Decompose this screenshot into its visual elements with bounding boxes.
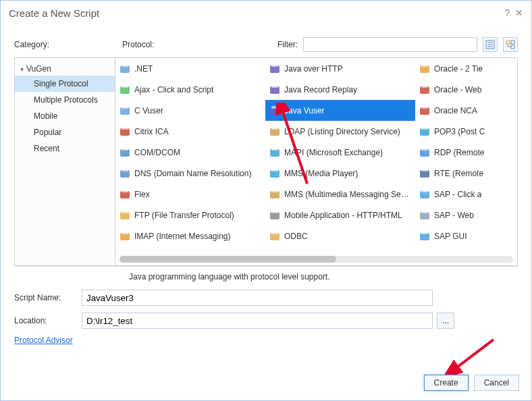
protocol-label: LDAP (Listing Directory Service) (284, 127, 400, 136)
protocol-label: Java Vuser (284, 106, 325, 115)
protocol-item[interactable]: MMS (Media Player) (265, 163, 415, 184)
protocol-item[interactable]: Java Vuser (265, 100, 415, 121)
protocol-icon (119, 147, 130, 158)
protocol-advisor-link[interactable]: Protocol Advisor (14, 336, 73, 345)
protocol-icon (269, 63, 280, 74)
help-icon[interactable]: ? (504, 7, 510, 18)
protocol-item[interactable]: C Vuser (115, 100, 265, 121)
protocol-icon (269, 126, 280, 137)
protocol-icon (119, 105, 130, 116)
protocol-item[interactable]: .NET (115, 58, 265, 79)
svg-rect-22 (122, 190, 128, 192)
svg-rect-60 (421, 211, 428, 213)
protocol-item[interactable]: Ajax - Click and Script (115, 79, 265, 100)
protocol-label: Citrix ICA (134, 127, 169, 136)
svg-rect-34 (271, 127, 278, 130)
horizontal-scrollbar[interactable] (119, 256, 513, 263)
view-tree-icon[interactable] (503, 37, 518, 52)
protocol-item[interactable]: COM/DCOM (115, 142, 265, 163)
protocol-icon (269, 189, 280, 200)
browse-button[interactable]: ... (437, 313, 454, 329)
sidebar-item-recent[interactable]: Recent (15, 140, 115, 157)
protocol-item[interactable]: Oracle - Web (415, 79, 518, 100)
protocol-label: .NET (134, 64, 153, 74)
protocol-label: DNS (Domain Name Resolution) (134, 169, 251, 178)
protocol-item[interactable]: RDP (Remote (415, 142, 518, 163)
tree-root-label: VuGen (26, 64, 51, 74)
svg-rect-48 (421, 85, 428, 88)
protocol-label: FTP (File Transfer Protocol) (134, 211, 234, 220)
protocol-item[interactable]: SAP GUI (415, 225, 518, 246)
protocol-icon (269, 210, 280, 221)
protocol-icon (419, 147, 430, 158)
protocol-icon (419, 63, 430, 74)
protocol-item[interactable]: Flex (115, 184, 265, 205)
svg-rect-32 (271, 106, 278, 109)
location-label: Location: (14, 316, 82, 325)
protocol-item[interactable]: Java Record Replay (265, 79, 415, 100)
titlebar: Create a New Script ? ✕ (1, 1, 531, 25)
svg-rect-26 (122, 232, 128, 234)
protocol-label: Java Record Replay (284, 85, 357, 95)
protocol-item[interactable]: LDAP (Listing Directory Service) (265, 121, 415, 142)
protocol-label: RTE (Remote (434, 169, 483, 178)
protocol-item[interactable]: POP3 (Post C (415, 121, 518, 142)
protocol-item[interactable]: Mobile Application - HTTP/HTML (265, 205, 415, 225)
category-tree: ▾ VuGen Single ProtocolMultiple Protocol… (14, 57, 115, 266)
protocol-item[interactable]: FTP (File Transfer Protocol) (115, 205, 265, 225)
protocol-item[interactable]: Citrix ICA (115, 121, 265, 142)
tree-root[interactable]: ▾ VuGen (15, 62, 115, 76)
sidebar-item-multiple-protocols[interactable]: Multiple Protocols (15, 92, 115, 108)
protocol-label: MMS (Media Player) (284, 169, 358, 178)
protocol-item[interactable]: DNS (Domain Name Resolution) (115, 163, 265, 184)
scrollbar-thumb[interactable] (119, 256, 336, 263)
sidebar-item-single-protocol[interactable]: Single Protocol (15, 76, 115, 92)
protocol-item[interactable]: Java over HTTP (265, 58, 415, 79)
protocol-item[interactable]: SAP - Web (415, 205, 518, 225)
protocol-item[interactable]: IMAP (Internet Messaging) (115, 225, 265, 246)
chevron-down-icon: ▾ (20, 65, 24, 73)
svg-rect-46 (421, 64, 428, 67)
location-input[interactable] (82, 313, 433, 329)
cancel-button[interactable]: Cancel (474, 375, 519, 391)
svg-rect-28 (271, 64, 278, 67)
protocol-icon (269, 147, 280, 158)
protocol-icon (269, 168, 280, 179)
filter-label: Filter: (277, 40, 298, 49)
sidebar-item-mobile[interactable]: Mobile (15, 108, 115, 124)
protocol-label: RDP (Remote (434, 148, 484, 157)
sidebar-item-popular[interactable]: Popular (15, 124, 115, 140)
protocol-item[interactable]: ODBC (265, 225, 415, 246)
protocol-item[interactable]: MAPI (Microsoft Exchange) (265, 142, 415, 163)
protocol-label: Ajax - Click and Script (134, 85, 213, 95)
view-list-icon[interactable] (483, 37, 498, 52)
protocol-label: COM/DCOM (134, 148, 180, 157)
dialog-title: Create a New Script (9, 7, 504, 19)
script-name-input[interactable] (82, 290, 433, 306)
protocol-icon (419, 189, 430, 200)
protocol-item[interactable]: SAP - Click a (415, 184, 518, 205)
protocol-item[interactable]: RTE (Remote (415, 163, 518, 184)
protocol-icon (119, 168, 130, 179)
protocol-icon (119, 126, 130, 137)
svg-rect-54 (421, 148, 428, 151)
close-icon[interactable]: ✕ (515, 7, 523, 18)
protocol-label: IMAP (Internet Messaging) (134, 232, 231, 241)
svg-rect-62 (421, 232, 428, 234)
svg-rect-20 (122, 169, 128, 171)
protocol-icon (119, 84, 130, 95)
filter-input[interactable] (303, 37, 477, 52)
create-button[interactable]: Create (424, 375, 469, 391)
protocol-item[interactable]: Oracle - 2 Tie (415, 58, 518, 79)
protocol-item[interactable]: Oracle NCA (415, 100, 518, 121)
svg-rect-10 (122, 64, 128, 67)
protocol-label: Mobile Application - HTTP/HTML (284, 211, 402, 220)
category-label: Category: (14, 40, 122, 49)
svg-rect-38 (271, 169, 278, 171)
svg-rect-56 (421, 169, 428, 171)
protocol-panel: .NETAjax - Click and ScriptC VuserCitrix… (115, 57, 518, 266)
protocol-item[interactable]: MMS (Multimedia Messaging Service) (265, 184, 415, 205)
protocol-icon (419, 84, 430, 95)
svg-rect-12 (122, 85, 128, 88)
protocol-label: Protocol: (122, 40, 277, 49)
